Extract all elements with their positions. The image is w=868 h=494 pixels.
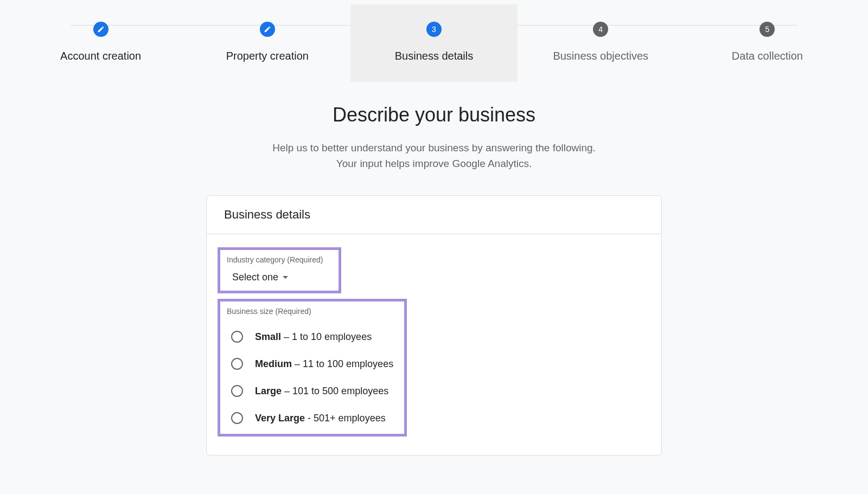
subtitle-line-2: Your input helps improve Google Analytic… xyxy=(336,158,532,169)
step-label: Data collection xyxy=(732,50,803,62)
step-business-details[interactable]: 3 Business details xyxy=(350,4,517,82)
step-label: Business objectives xyxy=(553,50,648,62)
radio-icon xyxy=(231,412,243,424)
radio-label: Very Large - 501+ employees xyxy=(255,413,386,424)
step-label: Business details xyxy=(395,50,474,62)
step-label: Account creation xyxy=(60,50,141,62)
step-data-collection[interactable]: 5 Data collection xyxy=(684,4,851,82)
pencil-icon xyxy=(260,22,275,37)
industry-category-label: Industry category (Required) xyxy=(227,255,332,264)
stepper: Account creation Property creation 3 Bus… xyxy=(0,0,868,82)
radio-icon xyxy=(231,358,243,370)
step-property-creation[interactable]: Property creation xyxy=(184,4,350,82)
page-title: Describe your business xyxy=(184,104,684,126)
card-body: Industry category (Required) Select one … xyxy=(207,234,661,455)
step-label: Property creation xyxy=(226,50,309,62)
step-business-objectives[interactable]: 4 Business objectives xyxy=(518,4,684,82)
step-number-icon: 4 xyxy=(593,22,608,37)
radio-icon xyxy=(231,331,243,343)
radio-label: Large – 101 to 500 employees xyxy=(255,386,388,397)
radio-option-very-large[interactable]: Very Large - 501+ employees xyxy=(231,412,393,424)
radio-option-small[interactable]: Small – 1 to 10 employees xyxy=(231,331,393,343)
step-number-icon: 3 xyxy=(426,22,442,37)
card-title: Business details xyxy=(224,208,644,222)
business-size-radio-group: Small – 1 to 10 employees Medium – 11 to… xyxy=(227,323,398,426)
radio-label: Small – 1 to 10 employees xyxy=(255,331,372,343)
subtitle-line-1: Help us to better understand your busine… xyxy=(272,142,596,153)
step-number-icon: 5 xyxy=(760,22,775,37)
business-size-label: Business size (Required) xyxy=(227,307,398,316)
business-size-field: Business size (Required) Small – 1 to 10… xyxy=(218,299,407,437)
main-content: Describe your business Help us to better… xyxy=(184,104,684,455)
radio-label: Medium – 11 to 100 employees xyxy=(255,358,393,370)
pencil-icon xyxy=(93,22,108,37)
industry-category-select[interactable]: Select one xyxy=(227,272,332,283)
radio-option-large[interactable]: Large – 101 to 500 employees xyxy=(231,385,393,397)
card-header: Business details xyxy=(207,196,661,234)
radio-option-medium[interactable]: Medium – 11 to 100 employees xyxy=(231,358,393,370)
business-details-card: Business details Industry category (Requ… xyxy=(206,195,662,455)
industry-category-field: Industry category (Required) Select one xyxy=(218,247,341,293)
radio-icon xyxy=(231,385,243,397)
chevron-down-icon xyxy=(283,276,288,279)
industry-category-value: Select one xyxy=(232,272,278,283)
step-account-creation[interactable]: Account creation xyxy=(17,4,184,82)
page-subtitle: Help us to better understand your busine… xyxy=(184,140,684,171)
